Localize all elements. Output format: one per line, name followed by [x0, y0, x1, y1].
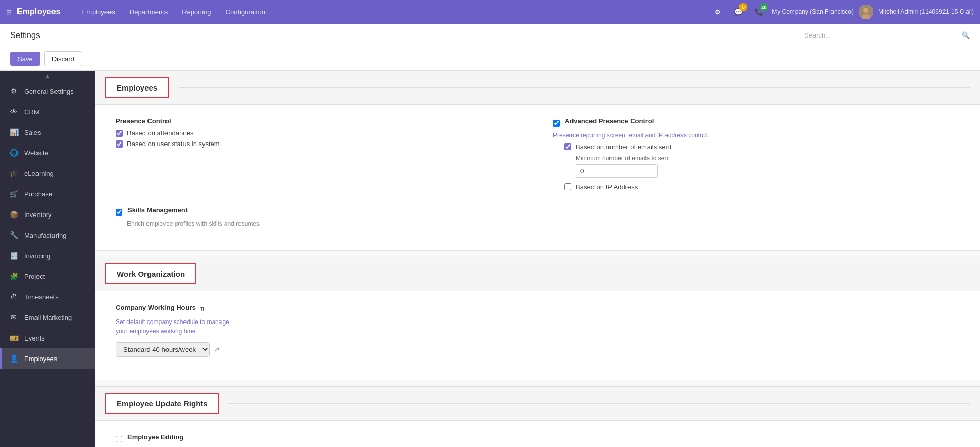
employees-section-header: Employees: [95, 71, 980, 105]
sidebar-item-employees[interactable]: 👤 Employees: [0, 348, 95, 369]
employee-update-rights-section-body: Employee Editing Allow employees to upda…: [95, 421, 980, 447]
company-name: My Company (San Francisco): [772, 8, 854, 15]
sidebar-label-sales: Sales: [24, 129, 41, 136]
ip-address-checkbox[interactable]: [564, 183, 571, 190]
app-title: Employees: [17, 7, 60, 16]
external-link-icon[interactable]: ↗: [214, 345, 220, 353]
sidebar-item-manufacturing[interactable]: 🔧 Manufacturing: [0, 225, 95, 245]
search-icon[interactable]: 🔍: [961, 31, 970, 39]
sidebar-item-sales[interactable]: 📊 Sales: [0, 122, 95, 142]
search-input[interactable]: [804, 31, 958, 39]
sidebar: ▲ ⚙ General Settings 👁 CRM 📊 Sales 🌐 Web…: [0, 71, 95, 447]
nav-configuration[interactable]: Configuration: [219, 5, 271, 19]
chat-icon-btn[interactable]: 💬 8: [731, 4, 746, 20]
nav-reporting[interactable]: Reporting: [176, 5, 217, 19]
employees-settings-two-col: Presence Control Based on attendances Ba…: [116, 117, 959, 201]
sidebar-label-website: Website: [24, 149, 48, 157]
search-bar: 🔍: [804, 31, 970, 39]
sidebar-item-invoicing[interactable]: 🧾 Invoicing: [0, 245, 95, 266]
timesheets-icon: ⏱: [9, 292, 19, 302]
sidebar-item-general-settings[interactable]: ⚙ General Settings: [0, 81, 95, 101]
company-working-hours-desc: Set default company schedule to manage y…: [116, 317, 959, 336]
presence-attendance-row: Based on attendances: [116, 129, 522, 137]
emails-option-checkbox[interactable]: [564, 143, 571, 150]
presence-control-group: Presence Control Based on attendances Ba…: [116, 117, 522, 148]
employee-update-rights-section-header: Employee Update Rights: [95, 386, 980, 421]
emails-option-label[interactable]: Based on number of emails sent: [576, 143, 671, 151]
presence-userstatus-checkbox[interactable]: [116, 140, 123, 148]
website-icon: 🌐: [9, 148, 19, 158]
top-navigation: ⊞ Employees Employees Departments Report…: [0, 0, 980, 24]
employees-section-body: Presence Control Based on attendances Ba…: [95, 105, 980, 251]
action-bar: Save Discard: [0, 47, 980, 71]
company-working-hours-title: Company Working Hours: [116, 303, 196, 311]
purchase-icon: 🛒: [9, 189, 19, 199]
sidebar-label-timesheets: Timesheets: [24, 293, 59, 301]
sidebar-label-employees: Employees: [24, 355, 57, 363]
page-layout: ▲ ⚙ General Settings 👁 CRM 📊 Sales 🌐 Web…: [0, 71, 980, 447]
sidebar-item-email-marketing[interactable]: ✉ Email Marketing: [0, 307, 95, 328]
advanced-presence-group: Advanced Presence Control Presence repor…: [553, 117, 959, 191]
crm-icon: 👁: [9, 106, 19, 117]
manufacturing-icon: 🔧: [9, 230, 19, 240]
sidebar-label-general-settings: General Settings: [24, 87, 74, 95]
employees-icon: 👤: [9, 353, 19, 364]
cog-icon: ⚙: [715, 8, 721, 16]
presence-userstatus-row: Based on user status in system: [116, 140, 522, 148]
main-content: Employees Presence Control Based on atte…: [95, 71, 980, 447]
nav-links: Employees Departments Reporting Configur…: [76, 5, 710, 19]
advanced-presence-col: Advanced Presence Control Presence repor…: [553, 117, 959, 201]
save-button[interactable]: Save: [10, 52, 40, 66]
presence-control-title: Presence Control: [116, 117, 522, 125]
app-grid-icon[interactable]: ⊞: [6, 8, 12, 16]
work-organization-section-title: Work Organization: [105, 263, 196, 284]
presence-userstatus-label[interactable]: Based on user status in system: [127, 140, 220, 148]
presence-attendance-checkbox[interactable]: [116, 130, 123, 137]
working-hours-select[interactable]: Standard 40 hours/week Flexible Hours Pa…: [116, 342, 210, 357]
employee-editing-title: Employee Editing: [127, 433, 183, 441]
sidebar-item-crm[interactable]: 👁 CRM: [0, 101, 95, 122]
general-settings-icon: ⚙: [9, 86, 19, 96]
nav-right: ⚙ 💬 8 📞 26 My Company (San Francisco) Mi…: [710, 4, 974, 20]
skills-management-desc: Enrich employee profiles with skills and…: [127, 220, 959, 227]
advanced-presence-main-checkbox[interactable]: [553, 120, 560, 127]
cog-icon-btn[interactable]: ⚙: [710, 4, 726, 20]
nav-departments[interactable]: Departments: [123, 5, 174, 19]
ip-address-row: Based on IP Address: [564, 183, 959, 191]
chat-badge: 8: [739, 3, 747, 11]
ip-address-label[interactable]: Based on IP Address: [576, 183, 638, 191]
scroll-indicator-up: ▲: [0, 71, 95, 81]
nav-employees[interactable]: Employees: [76, 5, 121, 19]
svg-point-1: [863, 8, 868, 13]
presence-attendance-label[interactable]: Based on attendances: [127, 129, 193, 137]
min-emails-label: Minimum number of emails to sent: [576, 155, 959, 162]
sidebar-item-purchase[interactable]: 🛒 Purchase: [0, 184, 95, 204]
sidebar-item-project[interactable]: 🧩 Project: [0, 266, 95, 287]
phone-badge: 26: [760, 3, 768, 11]
sidebar-item-website[interactable]: 🌐 Website: [0, 142, 95, 163]
advanced-presence-title: Advanced Presence Control: [565, 117, 654, 125]
skills-management-checkbox[interactable]: [116, 209, 122, 216]
working-hours-dropdown-row: Standard 40 hours/week Flexible Hours Pa…: [116, 342, 959, 357]
elearning-icon: 🎓: [9, 168, 19, 178]
sidebar-item-events[interactable]: 🎫 Events: [0, 328, 95, 348]
sidebar-label-elearning: eLearning: [24, 170, 54, 177]
min-emails-field: Minimum number of emails to sent: [576, 155, 959, 178]
sidebar-label-events: Events: [24, 334, 45, 342]
sidebar-label-purchase: Purchase: [24, 190, 52, 198]
phone-icon-btn[interactable]: 📞 26: [751, 4, 767, 20]
sidebar-label-inventory: Inventory: [24, 211, 51, 219]
sales-icon: 📊: [9, 127, 19, 137]
company-working-hours-group: Company Working Hours 🗓 Set default comp…: [116, 303, 959, 357]
employee-editing-checkbox[interactable]: [116, 436, 122, 442]
discard-button[interactable]: Discard: [44, 51, 82, 66]
min-emails-input[interactable]: [576, 164, 658, 178]
work-organization-section-body: Company Working Hours 🗓 Set default comp…: [95, 291, 980, 380]
sidebar-label-crm: CRM: [24, 108, 40, 116]
sidebar-item-inventory[interactable]: 📦 Inventory: [0, 204, 95, 225]
skills-management-group: Skills Management Enrich employee profil…: [116, 206, 959, 227]
project-icon: 🧩: [9, 271, 19, 281]
sidebar-item-timesheets[interactable]: ⏱ Timesheets: [0, 287, 95, 307]
skills-management-title: Skills Management: [127, 206, 188, 214]
sidebar-item-elearning[interactable]: 🎓 eLearning: [0, 163, 95, 184]
